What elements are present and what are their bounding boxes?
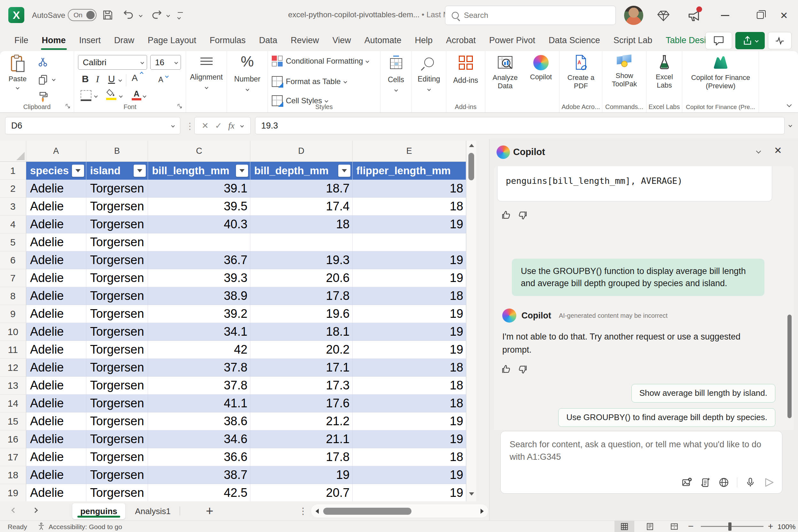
cell-species[interactable]: Adelie [26, 251, 86, 269]
cell-species[interactable]: Adelie [26, 305, 86, 323]
cell-species[interactable]: Adelie [26, 359, 86, 377]
editing-button[interactable]: Editing [412, 56, 446, 91]
cell-bill-length[interactable]: 42 [148, 341, 250, 359]
thumbs-down-icon[interactable] [517, 364, 528, 375]
column-header-B[interactable]: B [86, 141, 148, 162]
ribbon-tab[interactable]: Acrobat [439, 31, 482, 51]
filter-button-bill-length[interactable] [236, 165, 248, 177]
format-painter-button[interactable] [37, 92, 49, 104]
panel-collapse-chevron-icon[interactable] [756, 149, 761, 154]
cell-flipper-length[interactable]: 18 [353, 448, 467, 466]
microphone-icon[interactable] [745, 477, 756, 488]
ribbon-tab[interactable]: Script Lab [607, 31, 659, 51]
enter-button[interactable]: ✓ [215, 121, 222, 131]
fill-color-chevron-icon[interactable] [119, 94, 122, 97]
cell-flipper-length[interactable]: 19 [353, 484, 467, 501]
share-button[interactable] [735, 32, 765, 49]
select-all-corner[interactable] [0, 141, 26, 162]
name-box[interactable]: D6 [5, 117, 180, 134]
row-header[interactable]: 15 [0, 413, 26, 430]
row-header[interactable]: 16 [0, 430, 26, 448]
excel-labs-button[interactable]: Excel Labs [651, 54, 677, 90]
cell-island[interactable]: Torgersen [86, 484, 148, 501]
zoom-slider-thumb[interactable] [728, 522, 732, 531]
web-search-globe-icon[interactable] [718, 477, 729, 488]
filter-button-bill-depth[interactable] [338, 165, 350, 177]
scroll-right-icon[interactable] [480, 509, 484, 514]
row-header[interactable]: 17 [0, 448, 26, 466]
ribbon-tab[interactable]: File [8, 31, 35, 51]
cell-species[interactable]: Adelie [26, 395, 86, 413]
cell-bill-depth[interactable] [250, 233, 353, 251]
ribbon-tab[interactable]: View [326, 31, 358, 51]
cell-bill-depth[interactable]: 19.3 [250, 251, 353, 269]
cell-bill-depth[interactable]: 17.8 [250, 448, 353, 466]
cell-species[interactable]: Adelie [26, 430, 86, 448]
premium-gem-button[interactable] [657, 9, 670, 24]
cell-species[interactable]: Adelie [26, 287, 86, 305]
cell-species[interactable]: Adelie [26, 377, 86, 395]
ribbon-tab[interactable]: Home [35, 31, 73, 51]
sheet-tab-penguins[interactable]: penguins [72, 503, 125, 519]
sheet-tab-analysis1[interactable]: Analysis1 [127, 503, 178, 519]
copilot-finance-button[interactable]: Copilot for Finance (Preview) [689, 54, 753, 91]
borders-chevron-icon[interactable] [94, 94, 97, 97]
expand-formula-bar-chevron-icon[interactable] [788, 124, 792, 127]
cell-island[interactable]: Torgersen [86, 233, 148, 251]
cell-island[interactable]: Torgersen [86, 251, 148, 269]
cell-island[interactable]: Torgersen [86, 341, 148, 359]
formula-bar-handle[interactable]: ⋮ [186, 121, 195, 131]
cell-island[interactable]: Torgersen [86, 180, 148, 197]
cell-bill-length[interactable]: 34.6 [148, 430, 250, 448]
horizontal-scrollbar-thumb[interactable] [323, 508, 412, 515]
cell-bill-length[interactable]: 38.6 [148, 413, 250, 430]
cell-bill-length[interactable] [148, 233, 250, 251]
cell-island[interactable]: Torgersen [86, 359, 148, 377]
panel-scrollbar-thumb[interactable] [787, 315, 792, 418]
format-as-table-button[interactable]: Format as Table [272, 76, 346, 87]
thumbs-down-icon[interactable] [517, 210, 528, 221]
normal-view-button[interactable] [614, 521, 634, 532]
cell-bill-length[interactable]: 41.1 [148, 395, 250, 413]
cell-bill-length[interactable]: 39.2 [148, 305, 250, 323]
row-header[interactable]: 18 [0, 466, 26, 484]
accessibility-status[interactable]: Accessibility: Good to go [49, 523, 122, 531]
font-name-combo[interactable]: Calibri [78, 55, 147, 70]
row-header[interactable]: 9 [0, 305, 26, 323]
page-layout-view-button[interactable] [640, 521, 660, 532]
fx-chevron-icon[interactable] [240, 124, 244, 127]
cell-flipper-length[interactable]: 18 [353, 395, 467, 413]
formula-input[interactable]: 19.3 [255, 117, 784, 134]
underline-chevron-icon[interactable] [118, 78, 122, 81]
cell-flipper-length[interactable]: 19 [353, 323, 467, 341]
cell-species[interactable]: Adelie [26, 341, 86, 359]
row-header[interactable]: 12 [0, 359, 26, 377]
cell-flipper-length[interactable]: 18 [353, 359, 467, 377]
zoom-level[interactable]: 100% [778, 523, 795, 531]
cell-island[interactable]: Torgersen [86, 448, 148, 466]
ribbon-tab[interactable]: Insert [73, 31, 108, 51]
cell-flipper-length[interactable]: 18 [353, 377, 467, 395]
ribbon-tab[interactable]: Draw [108, 31, 141, 51]
create-pdf-button[interactable]: A Create a PDF [564, 54, 598, 91]
fill-color-button[interactable] [106, 89, 116, 100]
minimize-button[interactable] [718, 8, 732, 22]
addins-button[interactable]: Add-ins [446, 56, 485, 85]
collapse-ribbon-chevron-icon[interactable] [787, 102, 792, 108]
cell-flipper-length[interactable]: 18 [353, 197, 467, 215]
search-input[interactable] [464, 11, 598, 20]
underline-button[interactable]: U [108, 74, 115, 84]
scroll-down-icon[interactable] [469, 492, 474, 496]
scroll-left-icon[interactable] [316, 509, 319, 514]
thumbs-up-icon[interactable] [501, 210, 512, 221]
copilot-button[interactable]: Copilot [525, 54, 557, 81]
row-header[interactable]: 8 [0, 287, 26, 305]
user-avatar[interactable] [624, 6, 643, 25]
cell-bill-depth[interactable]: 20.7 [250, 484, 353, 501]
ribbon-tab[interactable]: Page Layout [141, 31, 203, 51]
cell-bill-length[interactable]: 39.3 [148, 269, 250, 287]
table-header-flipper-length[interactable]: flipper_length_mm [353, 162, 467, 180]
column-header-E[interactable]: E [353, 141, 467, 162]
ribbon-tab[interactable]: Data Science [542, 31, 607, 51]
cell-flipper-length[interactable]: 19 [353, 305, 467, 323]
